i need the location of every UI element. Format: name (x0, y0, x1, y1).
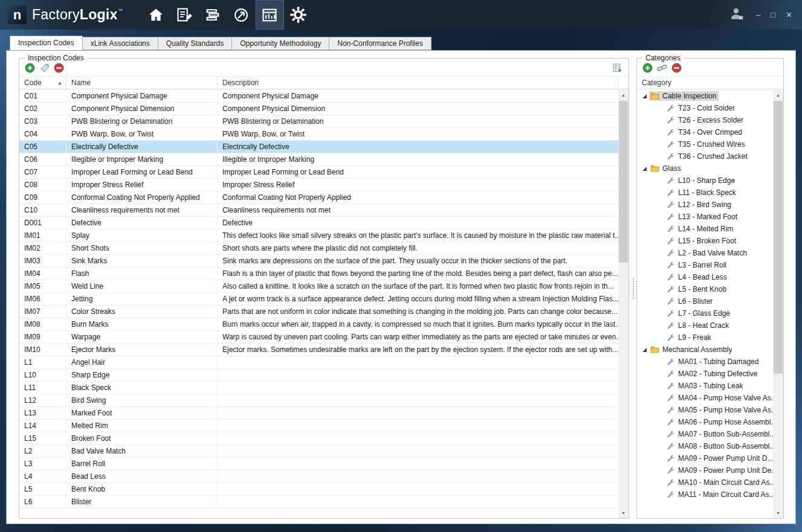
dispatch-target-icon[interactable] (227, 0, 256, 30)
reports-icon[interactable] (256, 0, 284, 30)
scroll-down-icon[interactable]: ▼ (773, 508, 783, 518)
tree-item[interactable]: MA08 - Button Sub-Assembl... (637, 440, 773, 452)
tree-item[interactable]: L6 - Blister (637, 295, 773, 307)
sign-out-person-icon[interactable] (729, 6, 745, 24)
tab-quality-standards[interactable]: Quality Standards (158, 37, 232, 50)
table-row[interactable]: L10Sharp Edge (19, 369, 618, 382)
settings-gear-icon[interactable] (284, 0, 312, 30)
scroll-up-icon[interactable]: ▲ (773, 90, 783, 100)
tree-item[interactable]: L10 - Sharp Edge (637, 175, 773, 187)
tree-item[interactable]: MA07 - Button Sub-Assembl... (637, 428, 773, 440)
add-icon[interactable] (25, 63, 35, 73)
table-row[interactable]: C06Illegible or Improper MarkingIllegibl… (19, 153, 618, 166)
table-row[interactable]: IM08Burn MarksBurn marks occur when air,… (19, 318, 618, 331)
table-row[interactable]: IM07Color StreaksParts that are not unif… (19, 306, 618, 318)
tree-item[interactable]: MA03 - Tubing Leak (637, 380, 773, 392)
table-row[interactable]: C02Component Physical DimensionComponent… (19, 103, 618, 115)
tree-item[interactable]: T26 - Excess Solder (637, 114, 773, 126)
table-row[interactable]: C01Component Physical DamageComponent Ph… (19, 90, 618, 103)
tree-category[interactable]: Mechanical Assembly (637, 344, 773, 356)
worksheet-pencil-icon[interactable] (170, 0, 199, 30)
scroll-up-icon[interactable]: ▲ (618, 90, 629, 100)
table-row[interactable]: L13Marked Foot (19, 407, 618, 420)
tree-item[interactable]: L9 - Freak (637, 332, 773, 344)
tab-opportunity-methodology[interactable]: Opportunity Methodology (232, 37, 329, 50)
table-row[interactable]: C04PWB Warp, Bow, or TwistPWB Warp, Bow,… (19, 128, 618, 141)
tree-item[interactable]: MA02 - Tubing Defective (637, 368, 773, 380)
tree-item[interactable]: L12 - Bird Swing (637, 199, 773, 211)
table-row[interactable]: L12Bird Swing (19, 394, 618, 407)
tree-item[interactable]: MA04 - Pump Hose Valve As... (637, 392, 773, 404)
scroll-down-icon[interactable]: ▼ (618, 508, 629, 518)
tree-item[interactable]: MA09 - Power Pump Unit De... (637, 464, 773, 476)
tree-item[interactable]: MA01 - Tubing Damaged (637, 356, 773, 368)
link-icon[interactable] (657, 63, 667, 73)
expand-triangle-icon[interactable] (642, 94, 649, 99)
scroll-thumb[interactable] (774, 101, 783, 374)
tree-item[interactable]: L5 - Bent Knob (637, 283, 773, 295)
tree-item[interactable]: MA10 - Main Circuit Card As... (637, 476, 773, 489)
table-scrollbar[interactable]: ▲ ▼ (618, 90, 629, 518)
table-row[interactable]: IM02Short ShotsShort shots are parts whe… (19, 242, 618, 255)
tree-item[interactable]: L4 - Bead Less (637, 271, 773, 283)
scroll-thumb[interactable] (619, 101, 628, 263)
tree-item[interactable]: L2 - Bad Valve Match (637, 247, 773, 259)
table-row[interactable]: C10Cleanliness requirements not metClean… (19, 204, 618, 217)
tab-non-conformance-profiles[interactable]: Non-Conformance Profiles (329, 37, 431, 50)
tab-xlink-associations[interactable]: xLink Associations (83, 37, 158, 50)
table-row[interactable]: L4Bead Less (19, 470, 618, 483)
tree-category[interactable]: Glass (637, 162, 773, 175)
table-row[interactable]: L2Bad Valve Match (19, 445, 618, 458)
table-row[interactable]: IM03Sink MarksSink marks are depressions… (19, 255, 618, 268)
table-row[interactable]: IM04FlashFlash is a thin layer of plasti… (19, 268, 618, 280)
maximize-button[interactable]: □ (771, 11, 775, 19)
tree-scrollbar[interactable]: ▲ ▼ (773, 90, 783, 518)
column-header-description[interactable]: Description (218, 77, 618, 89)
table-row[interactable]: L15Broken Foot (19, 432, 618, 445)
table-row[interactable]: L11Black Speck (19, 382, 618, 394)
table-row[interactable]: L5Bent Knob (19, 483, 618, 496)
tree-item[interactable]: L3 - Barrel Roll (637, 259, 773, 271)
tree-item[interactable]: L14 - Melted Rim (637, 223, 773, 235)
tree-item[interactable]: T36 - Crushed Jacket (637, 150, 773, 162)
remove-icon[interactable] (671, 63, 682, 73)
table-row[interactable]: IM05Weld LineAlso called a knitline. It … (19, 280, 618, 293)
table-row[interactable]: D001DefectiveDefective (19, 217, 618, 229)
tree-item[interactable]: L13 - Marked Foot (637, 211, 773, 223)
close-button[interactable]: ✕ (786, 11, 792, 19)
table-row[interactable]: L3Barrel Roll (19, 458, 618, 470)
table-row[interactable]: C09Conformal Coating Not Properly Applie… (19, 191, 618, 204)
tree-item[interactable]: L7 - Glass Edge (637, 307, 773, 319)
panel-splitter[interactable] (630, 58, 636, 519)
layer-stack-icon[interactable] (199, 0, 227, 30)
category-column-header[interactable]: Category (637, 76, 783, 89)
table-row[interactable]: C07Improper Lead Forming or Lead BendImp… (19, 166, 618, 179)
table-row[interactable]: L6Blister (19, 496, 618, 508)
table-row[interactable]: IM06JettingA jet or worm track is a surf… (19, 293, 618, 306)
table-row[interactable]: IM01SplayThis defect looks like small si… (19, 229, 618, 242)
tree-item[interactable]: MA06 - Pump Hose Assembl... (637, 416, 773, 428)
home-icon[interactable] (142, 0, 170, 30)
remove-icon[interactable] (54, 63, 64, 73)
tree-item[interactable]: L15 - Broken Foot (637, 235, 773, 247)
expand-triangle-icon[interactable] (642, 347, 649, 353)
edit-tag-icon[interactable] (39, 63, 50, 73)
tree-item[interactable]: MA11 - Main Circuit Card As... (637, 489, 773, 501)
tree-item[interactable]: T34 - Over Crimped (637, 126, 773, 138)
tree-item[interactable]: L11 - Black Speck (637, 187, 773, 199)
expand-triangle-icon[interactable] (642, 166, 649, 171)
tree-item[interactable]: T23 - Cold Solder (637, 102, 773, 114)
tree-item[interactable]: MA09 - Power Pump Unit D... (637, 452, 773, 464)
table-row[interactable]: C08Improper Stress ReliefImproper Stress… (19, 179, 618, 191)
tree-item[interactable]: MA05 - Pump Hose Valve As... (637, 404, 773, 416)
table-row[interactable]: C05Electrically DefectiveElectrically De… (19, 141, 618, 153)
table-row[interactable]: C03PWB Blistering or DelaminationPWB Bli… (19, 115, 618, 128)
column-header-code[interactable]: Code ▲ (19, 77, 66, 89)
table-row[interactable]: IM10Ejector MarksEjector marks. Sometime… (19, 344, 618, 356)
table-row[interactable]: IM09WarpageWarp is caused by uneven part… (19, 331, 618, 344)
table-row[interactable]: L1Angel Hair (19, 356, 618, 369)
tree-item[interactable]: L8 - Heat Crack (637, 319, 773, 332)
table-row[interactable]: L14Melted Rim (19, 420, 618, 432)
export-icon[interactable] (613, 63, 623, 73)
tab-inspection-codes[interactable]: Inspection Codes (10, 36, 83, 50)
